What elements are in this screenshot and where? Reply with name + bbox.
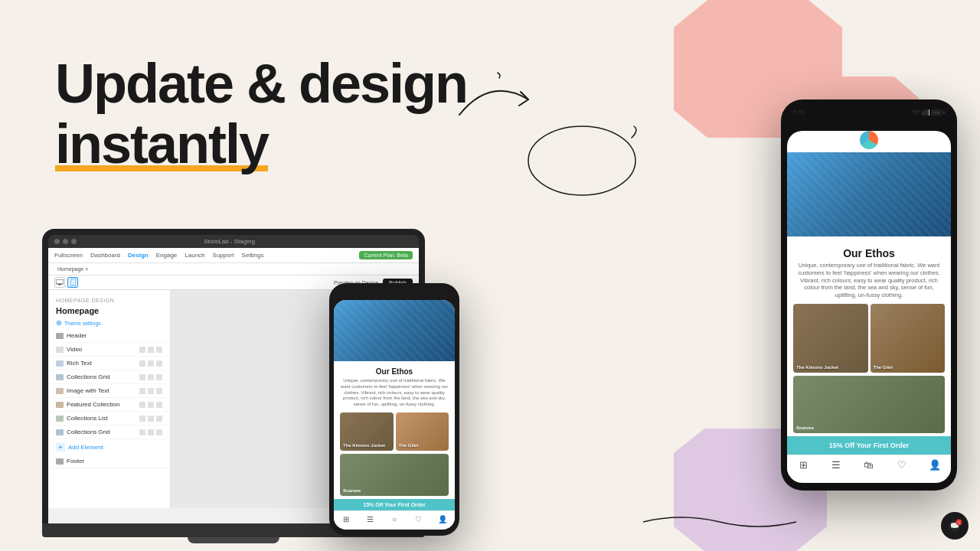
add-icon: + — [56, 442, 65, 452]
laptop-dot-green — [71, 239, 77, 244]
nav-right-menu-icon[interactable]: ☰ — [831, 460, 841, 471]
action-icon-1[interactable] — [139, 388, 145, 394]
action-icon-3[interactable] — [156, 374, 162, 380]
desktop-view-icon[interactable] — [54, 277, 65, 288]
action-icon-3[interactable] — [156, 388, 162, 394]
laptop-title: StoreLab - Staging — [204, 238, 255, 245]
laptop-top-bar: StoreLab - Staging — [48, 235, 419, 248]
action-icon-1[interactable] — [139, 416, 145, 422]
nav-home-icon[interactable]: ⊞ — [341, 514, 351, 525]
nav-launch[interactable]: Launch — [185, 252, 204, 259]
svg-rect-2 — [58, 284, 61, 285]
nav-menu-icon[interactable]: ☰ — [364, 514, 375, 525]
sidebar-item-video[interactable]: Video — [48, 343, 170, 357]
status-time: 5:21 — [793, 109, 805, 116]
laptop-dot-yellow — [63, 239, 68, 244]
homepage-tab[interactable]: Homepage × — [54, 266, 91, 272]
action-icon-2[interactable] — [148, 360, 154, 367]
phone-middle-section-desc: Unique, contemporary use of traditional … — [340, 378, 449, 408]
action-icon-3[interactable] — [156, 347, 162, 353]
svg-point-7 — [915, 114, 916, 116]
phone-right-frame: 5:21 Our Ethos Unique, contemporary use … — [781, 99, 957, 491]
phone-right-grid-item-1: The Kimono Jacket — [793, 304, 868, 373]
nav-wishlist-icon[interactable]: ♡ — [413, 514, 424, 525]
action-icon-1[interactable] — [139, 347, 145, 353]
nav-search-icon[interactable]: ○ — [389, 514, 400, 525]
rich-text-actions — [139, 360, 162, 367]
sidebar-item-header[interactable]: Header — [48, 329, 170, 343]
phone-middle-notch — [371, 291, 417, 300]
nav-dashboard[interactable]: Dashboard — [90, 252, 120, 259]
sidebar-item-footer[interactable]: Footer — [48, 455, 170, 468]
cl-actions — [139, 416, 162, 422]
phone-middle-bottom-nav: ⊞ ☰ ○ ♡ 👤 — [334, 510, 455, 528]
cg1-actions — [139, 374, 162, 380]
nav-engage[interactable]: Engage — [156, 252, 178, 259]
view-toggle — [54, 277, 78, 288]
sidebar-item-collections-grid-2[interactable]: Collections Grid — [48, 425, 170, 439]
scarves-label: Scarves — [343, 488, 361, 493]
phone-right-status-bar: 5:21 — [787, 109, 951, 119]
collections-grid2-icon — [56, 429, 64, 435]
featured-collection-icon — [56, 402, 64, 408]
phone-right-screen: Our Ethos Unique, contemporary use of tr… — [787, 131, 951, 483]
nav-support[interactable]: Support — [213, 252, 234, 259]
action-icon-2[interactable] — [148, 416, 154, 422]
hero-section: Update & design instantly — [55, 54, 467, 174]
action-icon-3[interactable] — [156, 360, 162, 367]
nav-design[interactable]: Design — [128, 252, 149, 259]
phone-right-scarves-label: Scarves — [796, 425, 814, 430]
action-icon-2[interactable] — [148, 388, 154, 394]
action-icon-2[interactable] — [148, 374, 154, 380]
laptop-dot-red — [54, 239, 60, 244]
nav-fullscreen[interactable]: Fullscreen — [54, 252, 83, 259]
header-icon — [56, 333, 64, 339]
video-icon — [56, 347, 64, 353]
phone-right-kimono-image — [793, 304, 868, 373]
phone-middle-frame: Our Ethos Unique, contemporary use of tr… — [329, 283, 459, 536]
phone-middle-content: Our Ethos Unique, contemporary use of tr… — [334, 361, 455, 528]
action-icon-2[interactable] — [148, 429, 154, 435]
theme-settings-btn[interactable]: Theme settings — [48, 320, 170, 326]
action-icon-1[interactable] — [139, 360, 145, 367]
phone-right-scarves: Scarves — [793, 376, 945, 433]
current-plan-button[interactable]: Current Plan: Beta — [359, 251, 413, 259]
nav-right-account-icon[interactable]: 👤 — [929, 460, 940, 471]
nav-right-bag-icon[interactable]: 🛍 — [864, 460, 874, 471]
nav-account-icon[interactable]: 👤 — [437, 514, 448, 525]
sidebar-item-collections-grid-1[interactable]: Collections Grid — [48, 370, 170, 384]
phone-middle-product-grid: The Kimono Jacket The Gilet — [340, 412, 449, 451]
nav-right-home-icon[interactable]: ⊞ — [798, 460, 808, 471]
action-icon-1[interactable] — [139, 402, 145, 408]
nav-right-wishlist-icon[interactable]: ♡ — [897, 460, 907, 471]
sidebar-item-rich-text[interactable]: Rich Text — [48, 357, 170, 370]
video-actions — [139, 347, 162, 353]
bottom-decoration — [643, 513, 796, 536]
action-icon-3[interactable] — [156, 416, 162, 422]
collections-list-icon — [56, 416, 64, 422]
sidebar-item-featured-collection[interactable]: Featured Collection — [48, 398, 170, 412]
action-icon-2[interactable] — [148, 402, 154, 408]
phone-right-product-grid: The Kimono Jacket The Gilet — [793, 304, 945, 373]
svg-rect-14 — [943, 111, 945, 113]
phone-middle-grid-item-2: The Gilet — [396, 412, 449, 451]
add-element-btn[interactable]: + Add Element — [48, 439, 170, 455]
phone-middle-mockup: Our Ethos Unique, contemporary use of tr… — [329, 283, 459, 536]
mobile-view-icon[interactable] — [67, 277, 78, 288]
laptop-window-controls — [54, 239, 77, 244]
action-icon-1[interactable] — [139, 429, 145, 435]
svg-point-0 — [528, 126, 635, 195]
action-icon-3[interactable] — [156, 402, 162, 408]
admin-sidebar: HOMEPAGE DESIGN Homepage Theme settings … — [48, 290, 171, 508]
sidebar-item-image-with-text[interactable]: Image with Text — [48, 384, 170, 398]
sidebar-item-collections-list[interactable]: Collections List — [48, 412, 170, 425]
action-icon-1[interactable] — [139, 374, 145, 380]
action-icon-2[interactable] — [148, 347, 154, 353]
nav-settings[interactable]: Settings — [242, 252, 264, 259]
phone-right-mockup: 5:21 Our Ethos Unique, contemporary use … — [781, 99, 957, 491]
fc-actions — [139, 402, 162, 408]
chat-bubble-icon[interactable]: ! — [941, 512, 969, 540]
action-icon-3[interactable] — [156, 429, 162, 435]
svg-rect-10 — [926, 109, 928, 116]
hero-heading: Update & design instantly — [55, 54, 467, 174]
